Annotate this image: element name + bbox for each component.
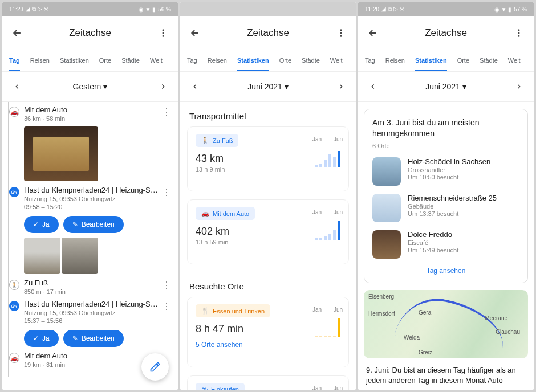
item-overflow[interactable]: ⋮ [162,107,171,117]
stats-content[interactable]: Transportmittel 🚶Zu Fuß 43 km 13 h 9 min… [180,102,356,390]
tab-orte[interactable]: Orte [457,50,469,71]
tab-statistiken[interactable]: Statistiken [60,50,89,71]
photo[interactable] [62,238,98,274]
detail-content[interactable]: Am 3. Juni bist du am meisten herumgekom… [358,102,534,390]
tab-staedte[interactable]: Städte [121,50,140,71]
food-chip: 🍴Essen und Trinken [196,304,270,317]
photo[interactable] [24,238,60,274]
timeline-item-place[interactable]: 🛍 ⋮ Hast du Klempnerladen24 | Heizung-Sa… [8,300,171,347]
prev-period[interactable] [188,80,202,93]
route-map[interactable]: Eisenberg Hermsdorf Gera Weida Greiz Mee… [364,290,528,358]
car-chart: Jan Jun [315,219,340,240]
edit-button[interactable]: ✎Bearbeiten [63,330,124,347]
status-bar: 11:23◢ ⧉ ▷ ⋈ ◉ ▼ ▮56 % [2,2,178,16]
next-period[interactable] [512,80,526,93]
place-row[interactable]: Riemenschneiderstraße 25 Gebäude Um 13:3… [372,194,519,222]
tab-tag[interactable]: Tag [187,50,197,71]
tab-reisen[interactable]: Reisen [385,50,405,71]
shop-icon: 🛍 [9,187,19,197]
yes-label: Ja [42,334,50,342]
chip-label: Essen und Trinken [213,308,265,315]
walk-chip: 🚶Zu Fuß [196,134,238,147]
timeline-item-walk[interactable]: 🚶 ⋮ Zu Fuß 850 m · 17 min [8,279,171,295]
date-dropdown[interactable]: Gestern▾ [73,82,108,91]
overflow-menu[interactable] [509,23,529,43]
prev-day[interactable] [10,80,24,93]
tab-tag[interactable]: Tag [365,50,375,71]
timeline-item-place[interactable]: 🛍 ⋮ Hast du Klempnerladen24 | Heizung-Sa… [8,186,171,274]
tab-orte[interactable]: Orte [99,50,111,71]
map-city: Hermsdorf [368,311,395,317]
view-day-link[interactable]: Tag ansehen [372,267,519,275]
card-sub: 6 Orte [372,142,519,149]
tab-reisen[interactable]: Reisen [208,50,227,71]
tab-welt[interactable]: Welt [150,50,163,71]
tab-statistiken[interactable]: Statistiken [415,50,447,71]
status-icons-right: ◉ ▼ ▮ [139,6,156,13]
place-row[interactable]: Dolce Freddo Eiscafé Um 15:49 besucht [372,230,519,259]
stat-card-food[interactable]: 🍴Essen und Trinken 8 h 47 min 5 Orte ans… [187,297,349,368]
place-visit-time: Um 10:50 besucht [408,174,490,181]
back-button[interactable] [363,23,383,43]
chevron-down-icon: ▾ [103,82,107,91]
back-button[interactable] [185,23,205,43]
section-transport: Transportmittel [180,102,356,126]
place-name: Holz-Schödel in Sachsen [408,157,490,166]
map-city: Eisenberg [368,293,394,300]
place-thumb [372,194,401,222]
tab-statistiken[interactable]: Statistiken [237,50,269,71]
tabs: Tag Reisen Statistiken Orte Städte Welt [180,50,356,72]
place-row[interactable]: Holz-Schödel in Sachsen Grosshändler Um … [372,157,519,186]
pencil-icon: ✎ [72,220,78,228]
chip-label: Mit dem Auto [213,210,249,217]
overflow-menu[interactable] [331,23,351,43]
status-icons-left: ◢ ⧉ ▷ ⋈ [381,6,405,13]
status-icons-right: ◉ ▼ ▮ [494,6,511,13]
period-dropdown[interactable]: Juni 2021▾ [425,82,466,91]
tab-welt[interactable]: Welt [330,50,343,71]
item-overflow[interactable]: ⋮ [162,187,171,198]
trip-photo[interactable] [24,126,98,181]
item-sub: 36 km · 58 min [24,115,171,122]
item-overflow[interactable]: ⋮ [162,280,171,291]
date-text: Juni 2021 [247,82,282,91]
item-title: Mit dem Auto [24,105,171,114]
overflow-menu[interactable] [153,23,173,43]
stat-card-shop[interactable]: 🛍Einkaufen 9 h 45 min 6 Orte ansehen Jan… [187,375,349,390]
page-title: Zeitachse [358,27,534,39]
place-category: Grosshändler [408,166,490,173]
period-dropdown[interactable]: Juni 2021▾ [247,82,289,91]
yes-button[interactable]: ✓Ja [24,330,59,347]
tab-staedte[interactable]: Städte [302,50,320,71]
tab-tag[interactable]: Tag [9,50,20,71]
check-icon: ✓ [33,220,39,228]
tab-reisen[interactable]: Reisen [30,50,50,71]
stat-card-walk[interactable]: 🚶Zu Fuß 43 km 13 h 9 min Jan Jun [187,126,349,191]
place-visit-time: Um 15:49 besucht [408,247,458,254]
app-header: Zeitachse [2,16,178,50]
edit-button[interactable]: ✎Bearbeiten [63,216,124,233]
timeline-content[interactable]: 🚗 ⋮ Mit dem Auto 36 km · 58 min 🛍 ⋮ Hast… [2,102,178,390]
tab-orte[interactable]: Orte [279,50,291,71]
next-day[interactable] [156,80,170,93]
yes-button[interactable]: ✓Ja [24,216,59,233]
place-category: Gebäude [408,203,497,210]
tab-welt[interactable]: Welt [508,50,521,71]
place-thumb [372,157,401,186]
phone-screen-2: Zeitachse Tag Reisen Statistiken Orte St… [180,2,356,390]
tab-staedte[interactable]: Städte [480,50,498,71]
item-overflow[interactable]: ⋮ [162,301,171,312]
next-period[interactable] [334,80,348,93]
edit-label: Bearbeiten [82,334,115,342]
xlabel-left: Jan [312,385,322,390]
prev-period[interactable] [366,80,380,93]
timeline-item-car[interactable]: 🚗 ⋮ Mit dem Auto 36 km · 58 min [8,105,171,181]
item-title: Zu Fuß [24,279,171,287]
svg-point-6 [518,29,520,31]
pencil-icon: ✎ [72,334,78,342]
food-link[interactable]: 5 Orte ansehen [196,341,340,349]
place-name: Dolce Freddo [408,230,458,239]
fab-edit[interactable] [141,353,169,381]
back-button[interactable] [7,23,27,43]
stat-card-car[interactable]: 🚗Mit dem Auto 402 km 13 h 59 min Jan Jun [187,199,349,264]
